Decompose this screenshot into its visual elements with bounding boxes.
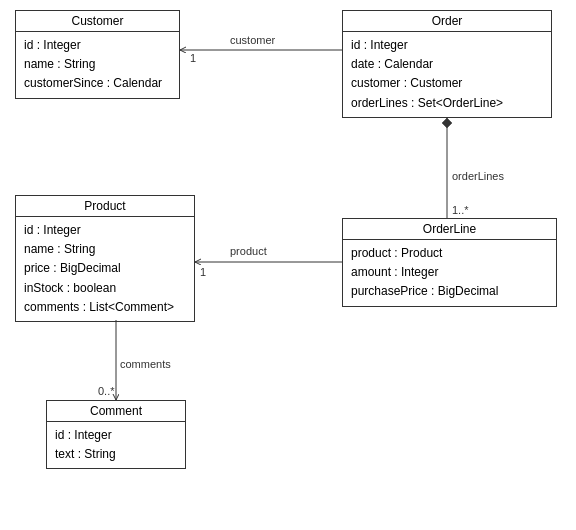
orderline-attrs: product : Product amount : Integer purch… xyxy=(343,240,556,306)
comment-attrs: id : Integer text : String xyxy=(47,422,185,468)
order-title: Order xyxy=(343,11,551,32)
customer-attr-2: name : String xyxy=(24,55,171,74)
orderlines-mult-label: 1..* xyxy=(452,204,469,216)
orderline-attr-1: product : Product xyxy=(351,244,548,263)
product-attr-5: comments : List<Comment> xyxy=(24,298,186,317)
orderline-attr-2: amount : Integer xyxy=(351,263,548,282)
product-mult-label: 1 xyxy=(200,266,206,278)
order-class: Order id : Integer date : Calendar custo… xyxy=(342,10,552,118)
customer-attrs: id : Integer name : String customerSince… xyxy=(16,32,179,98)
uml-diagram: Customer id : Integer name : String cust… xyxy=(0,0,576,530)
product-attr-3: price : BigDecimal xyxy=(24,259,186,278)
orderline-class: OrderLine product : Product amount : Int… xyxy=(342,218,557,307)
order-attrs: id : Integer date : Calendar customer : … xyxy=(343,32,551,117)
customer-assoc-label: customer xyxy=(230,34,276,46)
comments-assoc-label: comments xyxy=(120,358,171,370)
customer-title: Customer xyxy=(16,11,179,32)
comment-class: Comment id : Integer text : String xyxy=(46,400,186,469)
orderline-title: OrderLine xyxy=(343,219,556,240)
customer-attr-3: customerSince : Calendar xyxy=(24,74,171,93)
orderline-attr-3: purchasePrice : BigDecimal xyxy=(351,282,548,301)
comment-attr-1: id : Integer xyxy=(55,426,177,445)
customer-class: Customer id : Integer name : String cust… xyxy=(15,10,180,99)
product-class: Product id : Integer name : String price… xyxy=(15,195,195,322)
order-attr-4: orderLines : Set<OrderLine> xyxy=(351,94,543,113)
product-attr-2: name : String xyxy=(24,240,186,259)
order-attr-1: id : Integer xyxy=(351,36,543,55)
customer-attr-1: id : Integer xyxy=(24,36,171,55)
comment-attr-2: text : String xyxy=(55,445,177,464)
order-attr-2: date : Calendar xyxy=(351,55,543,74)
order-attr-3: customer : Customer xyxy=(351,74,543,93)
product-attr-1: id : Integer xyxy=(24,221,186,240)
orderlines-assoc-label: orderLines xyxy=(452,170,504,182)
product-assoc-label: product xyxy=(230,245,267,257)
customer-mult-label: 1 xyxy=(190,52,196,64)
product-title: Product xyxy=(16,196,194,217)
comments-mult-label: 0..* xyxy=(98,385,115,397)
product-attrs: id : Integer name : String price : BigDe… xyxy=(16,217,194,321)
comment-title: Comment xyxy=(47,401,185,422)
product-attr-4: inStock : boolean xyxy=(24,279,186,298)
